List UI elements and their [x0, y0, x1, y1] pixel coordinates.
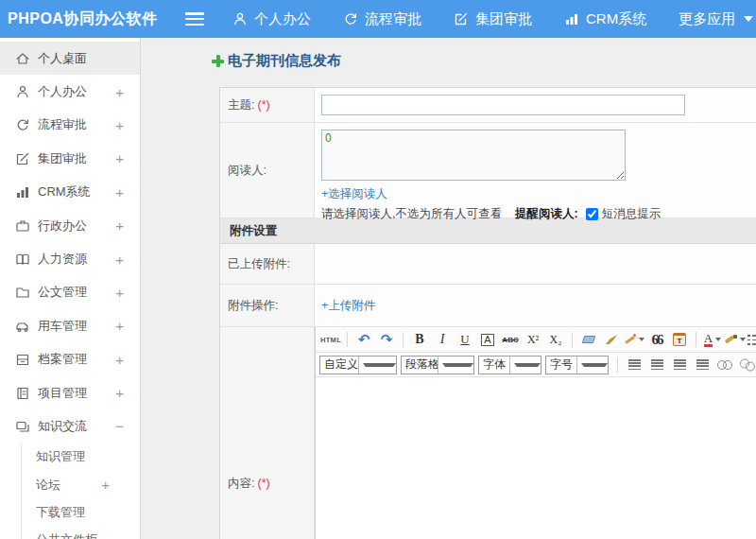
rich-text-editor: HTML ↶ ↷ B I U A ABC X² X₂ — [315, 327, 756, 539]
sidebar-item-admin-office[interactable]: 行政办公 + — [0, 209, 140, 242]
upload-attachment-link[interactable]: +上传附件 — [321, 298, 375, 314]
chat-bubbles-icon — [15, 419, 30, 434]
sidebar-item-label: 人力资源 — [38, 251, 87, 268]
expand-toggle[interactable]: + — [115, 385, 124, 401]
expand-toggle[interactable]: − — [115, 418, 124, 434]
align-right-icon — [674, 359, 686, 370]
expand-toggle[interactable]: + — [115, 150, 124, 166]
expand-toggle[interactable]: + — [115, 252, 124, 268]
sidebar-item-workflow-approval[interactable]: 流程审批 + — [0, 109, 140, 142]
sidebar: 个人桌面 个人办公 + 流程审批 + — [0, 38, 141, 539]
strikethrough-button[interactable]: ABC — [500, 330, 521, 350]
insert-link-button[interactable] — [714, 355, 735, 374]
submenu-item-knowledge-mgmt[interactable]: 知识管理 — [22, 443, 140, 471]
redo-icon[interactable]: ↷ — [376, 330, 397, 350]
font-color-button[interactable]: A — [702, 330, 723, 350]
form-row-attachment-ops: 附件操作: +上传附件 — [220, 285, 756, 327]
chevron-down-icon — [740, 338, 746, 341]
submenu-item-download-mgmt[interactable]: 下载管理 — [22, 498, 140, 526]
remove-link-button[interactable] — [737, 355, 756, 374]
align-left-button[interactable] — [624, 355, 644, 374]
select-readers-link[interactable]: +选择阅读人 — [321, 187, 387, 200]
sidebar-item-project-mgmt[interactable]: 项目管理 + — [0, 376, 140, 409]
chevron-down-icon — [442, 363, 474, 367]
submenu-item-forum[interactable]: 论坛 + — [22, 471, 140, 498]
edit-square-icon — [15, 151, 30, 166]
sidebar-item-archive-mgmt[interactable]: 档案管理 + — [0, 343, 140, 376]
subject-label-cell: 主题: (*) — [220, 88, 315, 122]
nav-group-approval[interactable]: 集团审批 — [454, 10, 532, 28]
sms-remind-checkbox[interactable] — [586, 208, 598, 220]
readers-textarea[interactable]: 0 — [321, 130, 626, 181]
superscript-button[interactable]: X² — [523, 330, 543, 350]
align-right-button[interactable] — [669, 355, 690, 374]
page-title-text: 电子期刊信息发布 — [228, 52, 341, 70]
format-painter-button[interactable] — [601, 330, 622, 350]
car-icon — [15, 319, 30, 334]
paste-as-text-button[interactable]: T — [669, 330, 690, 350]
subject-input[interactable] — [321, 95, 685, 115]
editor-content-area[interactable] — [316, 377, 756, 539]
sidebar-item-hr[interactable]: 人力资源 + — [0, 242, 140, 275]
remove-format-button[interactable] — [578, 330, 599, 350]
readers-hint-text: 请选择阅读人,不选为所有人可查看 — [321, 206, 502, 222]
submenu-item-public-file-cabinet[interactable]: 公共文件柜 — [22, 527, 140, 539]
italic-button[interactable]: I — [432, 330, 453, 350]
align-center-button[interactable] — [646, 355, 667, 374]
form-row-readers: 阅读人: 0 +选择阅读人 请选择阅读人,不选为所有人可查看 提醒阅读人: 短消… — [220, 123, 756, 218]
readers-label: 阅读人: — [228, 163, 266, 179]
chevron-down-icon — [363, 363, 397, 367]
sidebar-item-document-mgmt[interactable]: 公文管理 + — [0, 276, 140, 309]
submenu-item-label: 知识管理 — [36, 448, 85, 465]
heading-select[interactable]: 自定义标题 — [319, 356, 397, 374]
autoformat-button[interactable] — [624, 330, 644, 350]
expand-toggle[interactable]: + — [101, 477, 110, 493]
top-navigation: 个人办公 流程审批 集团审批 — [232, 10, 753, 28]
expand-toggle[interactable]: + — [115, 184, 124, 200]
paragraph-select-value: 段落格式 — [402, 356, 438, 373]
justify-icon — [696, 359, 709, 370]
sidebar-item-personal-desktop[interactable]: 个人桌面 — [0, 42, 140, 75]
ordered-list-button[interactable] — [747, 330, 756, 350]
nav-workflow-approval[interactable]: 流程审批 — [343, 10, 421, 28]
subscript-button[interactable]: X₂ — [545, 330, 566, 350]
expand-toggle[interactable]: + — [115, 84, 124, 100]
bold-button[interactable]: B — [409, 330, 430, 350]
font-size-select[interactable]: 字号 — [545, 356, 609, 374]
font-family-select-value: 字体 — [479, 356, 509, 373]
undo-icon[interactable]: ↶ — [353, 330, 374, 350]
expand-toggle[interactable]: + — [115, 117, 124, 133]
hamburger-menu-icon[interactable] — [185, 12, 204, 26]
nav-more-apps[interactable]: 更多应用 — [679, 10, 753, 28]
sidebar-item-crm[interactable]: CRM系统 + — [0, 176, 140, 209]
uploaded-label-cell: 已上传附件: — [220, 244, 315, 284]
bar-chart-icon — [15, 184, 30, 200]
expand-toggle[interactable]: + — [115, 217, 124, 234]
nav-crm-system[interactable]: CRM系统 — [564, 10, 646, 28]
chevron-down-icon — [581, 363, 608, 367]
sidebar-item-label: 用车管理 — [38, 318, 87, 335]
sidebar-item-label: 公文管理 — [38, 284, 87, 301]
font-border-button[interactable]: A — [481, 334, 493, 346]
sidebar-item-group-approval[interactable]: 集团审批 + — [0, 142, 140, 175]
expand-toggle[interactable]: + — [115, 285, 124, 301]
underline-button[interactable]: U — [455, 330, 475, 350]
sidebar-item-vehicle-mgmt[interactable]: 用车管理 + — [0, 309, 140, 342]
sidebar-item-knowledge-exchange[interactable]: 知识交流 − — [0, 409, 140, 443]
nav-personal-office[interactable]: 个人办公 — [232, 10, 311, 28]
expand-toggle[interactable]: + — [115, 318, 124, 334]
heading-select-value: 自定义标题 — [320, 356, 358, 373]
expand-toggle[interactable]: + — [115, 352, 124, 368]
justify-button[interactable] — [692, 355, 713, 374]
paragraph-format-select[interactable]: 段落格式 — [401, 356, 474, 374]
open-book-icon — [15, 252, 30, 267]
publish-form: 主题: (*) 阅读人: 0 +选择阅读人 请选择阅 — [219, 87, 756, 539]
font-family-select[interactable]: 字体 — [478, 356, 541, 374]
sidebar-item-personal-office[interactable]: 个人办公 + — [0, 75, 140, 108]
blockquote-button[interactable]: 66 — [646, 330, 667, 350]
sidebar-item-label: 个人桌面 — [38, 50, 87, 67]
source-code-button[interactable]: HTML — [320, 330, 341, 350]
bar-chart-icon — [564, 11, 579, 26]
highlight-color-button[interactable] — [725, 330, 746, 350]
remind-readers-label: 提醒阅读人: — [515, 206, 578, 222]
